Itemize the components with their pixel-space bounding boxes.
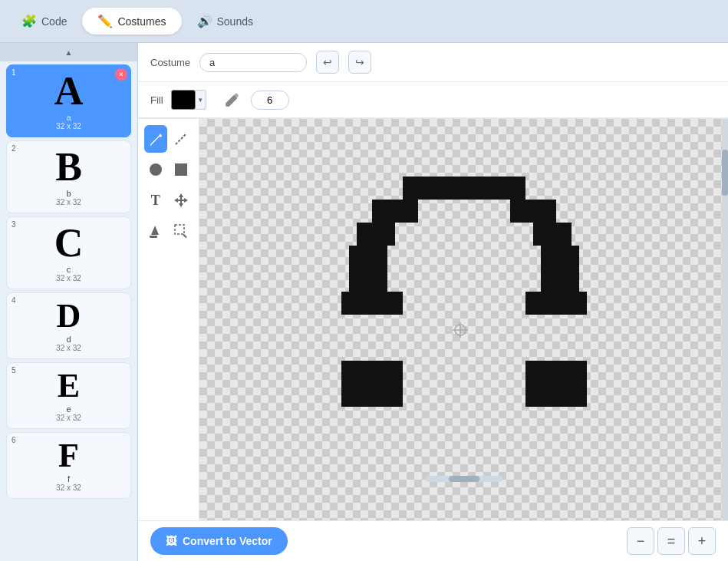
- costume-letter-b: B: [55, 147, 82, 187]
- tool-row-1: [144, 125, 193, 153]
- svg-rect-14: [349, 246, 387, 269]
- fill-tool-btn[interactable]: [144, 217, 167, 245]
- costume-letter-d: D: [57, 299, 81, 333]
- select-tool-btn[interactable]: [170, 217, 193, 245]
- svg-rect-22: [341, 384, 403, 407]
- svg-rect-3: [175, 163, 187, 176]
- text-tool-btn[interactable]: T: [144, 186, 167, 214]
- letter-a-canvas: [341, 177, 587, 464]
- svg-rect-17: [541, 269, 579, 292]
- zoom-in-button[interactable]: +: [688, 527, 716, 555]
- costume-num-e: 5: [12, 366, 16, 375]
- tab-code[interactable]: 🧩 Code: [6, 8, 82, 35]
- toolbox: T: [138, 119, 199, 520]
- costume-item-a[interactable]: 1 ✕ A a 32 x 32: [6, 64, 131, 137]
- canvas-vscroll-thumb: [722, 150, 728, 196]
- costume-num-a: 1: [12, 68, 16, 77]
- top-tabs-bar: 🧩 Code ✏️ Costumes 🔊 Sounds: [0, 0, 728, 43]
- svg-marker-8: [183, 234, 187, 238]
- costume-label-d: d: [66, 335, 71, 344]
- undo-button[interactable]: ↩: [316, 51, 339, 74]
- svg-rect-15: [541, 246, 579, 269]
- costume-item-d[interactable]: 4 D d 32 x 32: [6, 292, 131, 359]
- costume-size-f: 32 x 32: [56, 483, 81, 492]
- svg-rect-12: [357, 223, 395, 246]
- costume-label-c: c: [67, 265, 71, 274]
- scroll-up-btn[interactable]: ▲: [0, 43, 137, 61]
- costume-size-e: 32 x 32: [56, 414, 81, 422]
- svg-point-2: [150, 163, 162, 176]
- canvas-hscroll-thumb: [449, 476, 479, 482]
- svg-rect-9: [403, 177, 525, 200]
- svg-marker-4: [174, 193, 188, 207]
- brush-tool-btn[interactable]: [144, 125, 167, 153]
- svg-rect-18: [341, 292, 403, 315]
- editor-header: Costume ↩ ↪: [138, 43, 728, 82]
- costume-label-a: a: [66, 113, 71, 122]
- fill-color-dropdown[interactable]: ▼: [196, 90, 206, 110]
- circle-tool-btn[interactable]: [144, 156, 167, 183]
- zoom-controls: − = +: [627, 527, 716, 555]
- costume-delete-btn-a[interactable]: ✕: [115, 68, 127, 81]
- costume-item-f[interactable]: 6 F f 32 x 32: [6, 432, 131, 499]
- costume-size-a: 32 x 32: [56, 122, 81, 130]
- fill-label: Fill: [150, 94, 163, 106]
- svg-rect-11: [510, 200, 556, 223]
- tab-costumes[interactable]: ✏️ Costumes: [82, 8, 181, 35]
- convert-icon: 🖼: [166, 535, 176, 547]
- editor-panel: Costume ↩ ↪ Fill ▼: [138, 43, 728, 561]
- costume-item-b[interactable]: 2 B b 32 x 32: [6, 140, 131, 213]
- costume-item-e[interactable]: 5 E e 32 x 32: [6, 362, 131, 429]
- costume-label-f: f: [68, 474, 70, 483]
- svg-line-1: [176, 134, 186, 144]
- costume-name-label: Costume: [150, 57, 190, 68]
- costume-size-b: 32 x 32: [56, 198, 81, 206]
- main-layout: ▲ 1 ✕ A a 32 x 32 2 B b 32 x 32 3 C c 32…: [0, 43, 728, 561]
- bottom-bar: 🖼 Convert to Vector − = +: [138, 520, 728, 561]
- costume-size-c: 32 x 32: [56, 274, 81, 282]
- svg-rect-10: [372, 200, 418, 223]
- tab-sounds[interactable]: 🔊 Sounds: [182, 8, 268, 35]
- costume-label-b: b: [66, 189, 71, 198]
- costume-letter-f: F: [58, 439, 79, 473]
- code-icon: 🧩: [21, 14, 37, 28]
- svg-rect-13: [533, 223, 572, 246]
- zoom-out-button[interactable]: −: [627, 527, 654, 555]
- costume-name-input[interactable]: [199, 53, 307, 72]
- move-tool-btn[interactable]: [170, 186, 193, 214]
- svg-rect-6: [150, 236, 157, 238]
- costumes-icon: ✏️: [97, 14, 113, 28]
- canvas-hscroll[interactable]: [426, 476, 502, 482]
- costume-items-container: 1 ✕ A a 32 x 32 2 B b 32 x 32 3 C c 32 x…: [0, 64, 137, 499]
- tool-row-3: T: [144, 186, 193, 214]
- costume-letter-e: E: [58, 369, 80, 403]
- rect-tool-btn[interactable]: [170, 156, 193, 183]
- svg-rect-21: [525, 361, 587, 384]
- tool-row-2: [144, 156, 193, 183]
- costume-label-e: e: [66, 404, 71, 414]
- convert-label: Convert to Vector: [183, 535, 272, 547]
- tab-code-label: Code: [41, 15, 67, 28]
- brush-tool-icon[interactable]: [220, 88, 243, 111]
- svg-rect-16: [349, 269, 387, 292]
- fill-color-swatch[interactable]: [171, 90, 196, 110]
- canvas-area[interactable]: [199, 119, 728, 520]
- convert-to-vector-button[interactable]: 🖼 Convert to Vector: [150, 527, 288, 555]
- costume-num-f: 6: [12, 436, 16, 444]
- zoom-reset-button[interactable]: =: [657, 527, 685, 555]
- svg-point-0: [226, 104, 229, 107]
- svg-marker-5: [151, 226, 159, 235]
- svg-rect-7: [175, 225, 184, 234]
- svg-rect-19: [525, 292, 587, 315]
- costume-size-d: 32 x 32: [56, 344, 81, 352]
- brush-size-input[interactable]: [251, 91, 289, 110]
- costume-num-d: 4: [12, 296, 16, 305]
- costume-list: ▲ 1 ✕ A a 32 x 32 2 B b 32 x 32 3 C c 32…: [0, 43, 138, 561]
- redo-button[interactable]: ↪: [348, 51, 371, 74]
- costume-item-c[interactable]: 3 C c 32 x 32: [6, 216, 131, 289]
- costume-num-b: 2: [12, 144, 16, 153]
- tab-costumes-label: Costumes: [117, 15, 166, 28]
- line-tool-btn[interactable]: [170, 125, 193, 153]
- canvas-vscroll[interactable]: [722, 119, 728, 520]
- sounds-icon: 🔊: [197, 14, 212, 28]
